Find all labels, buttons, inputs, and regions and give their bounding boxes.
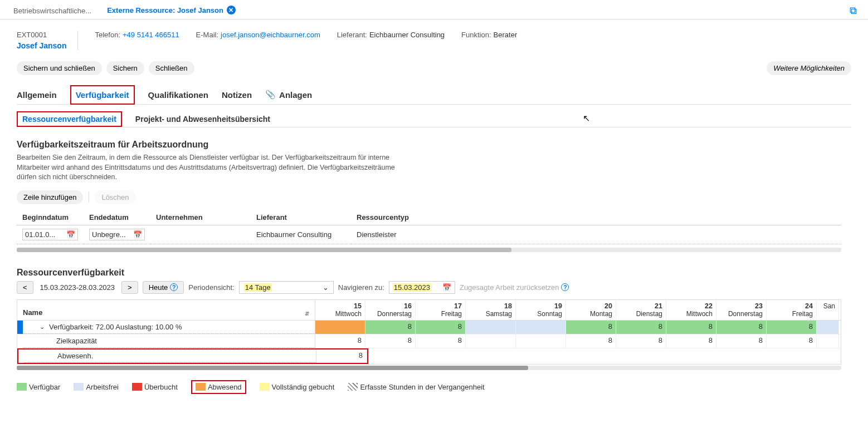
grid-cell [516,334,566,348]
grid-cell: 8 [616,334,666,348]
grid-cell: 8 [365,321,416,334]
col-type[interactable]: Ressourcentyp [351,210,841,225]
legend-available: Verfügbar [17,383,60,391]
next-period-button[interactable]: > [121,281,138,294]
more-options-button[interactable]: Weitere Möglichkeiten [767,61,851,75]
grid-col-day: 24Freitag [767,300,817,320]
grid-col-day: 21Dienstag [616,300,666,320]
grid-col-day: 20Montag [566,300,616,320]
role-label: Funktion: [461,31,491,39]
sort-icon[interactable]: ⇵ [305,311,309,317]
grid-col-day: 17Freitag [416,300,466,320]
grid-cell: 8 [566,334,616,348]
grid-scrollbar[interactable] [17,366,841,370]
col-company[interactable]: Unternehmen [150,210,251,225]
collapse-icon[interactable]: ⌄ [40,323,45,331]
tab-attachments[interactable]: 📎 Anlagen [265,85,312,104]
period-table: Beginndatum Endedatum Unternehmen Liefer… [17,210,841,244]
grid-cell: 8 [716,334,767,348]
target-capacity-row[interactable]: Zielkapazität 8 8 8 8 8 8 8 8 [17,334,841,348]
begin-date-input[interactable]: 01.01.0...📅 [22,229,78,240]
grid-cell: 8 [315,334,365,348]
chevron-down-icon: ⌄ [323,283,329,292]
attachment-icon: 📎 [265,90,276,100]
navigate-date-input[interactable]: 15.03.2023 📅 [389,281,455,294]
tab-notes[interactable]: Notizen [222,85,252,104]
resource-name-link[interactable]: Josef Janson [17,41,66,50]
col-begin[interactable]: Beginndatum [17,210,84,225]
tab-attachments-label: Anlagen [279,90,312,100]
row-handle[interactable] [17,321,23,334]
phone-label: Telefon: [95,31,120,39]
phone-link[interactable]: +49 5141 466511 [123,31,179,39]
grid-col-day: 18Samstag [466,300,516,320]
close-tab-icon[interactable]: ✕ [227,6,236,14]
calendar-icon[interactable]: 📅 [66,230,75,239]
grid-cell: 8 [767,321,817,334]
subtab-project-absence[interactable]: Projekt- und Abwesenheitsübersicht [135,111,270,127]
prev-period-button[interactable]: < [17,281,33,294]
add-row-button[interactable]: Zeile hinzufügen [17,190,83,204]
type-cell: Dienstleister [351,225,841,244]
section-period-desc: Bearbeiten Sie den Zeitraum, in dem die … [17,153,407,183]
end-date-input[interactable]: Unbegre...📅 [89,229,145,240]
availability-summary-text: Verfügbarkeit: 72.00 Auslastung: 10.00 % [49,323,182,331]
window-action-icon[interactable]: ⧉ [844,3,862,19]
grid-cell [466,334,516,348]
grid-cell [516,321,566,334]
legend-fullybooked: Vollständig gebucht [260,383,335,391]
tab-availability[interactable]: Verfügbarkeit [70,85,135,105]
supplier-cell: Eichbaurner Consulting [251,225,351,244]
grid-col-day: 15Mittwoch [315,300,365,320]
tab-qualifications[interactable]: Qualifikationen [148,85,208,104]
grid-cell: 8 [365,334,416,348]
section-period-title: Verfügbarkeitszeitraum für Arbeitszuordn… [17,140,851,150]
col-end[interactable]: Endedatum [84,210,150,225]
email-link[interactable]: josef.janson@eichbaurner.com [221,31,320,39]
grid-col-day: 22Mittwoch [666,300,716,320]
resource-id: EXT0001 [17,31,66,39]
navigate-date-value: 15.03.2023 [393,283,431,292]
delete-row-button: Löschen [95,190,135,204]
info-icon: ? [170,283,178,291]
grid-col-name[interactable]: Name ⇵ [17,300,315,320]
grid-cell: 8 [566,321,616,334]
grid-cell: 8 [666,334,716,348]
save-button[interactable]: Sichern [106,61,144,75]
grid-cell [466,321,516,334]
supplier-label: Lieferant: [337,31,367,39]
availability-summary-row[interactable]: ⌄ Verfügbarkeit: 72.00 Auslastung: 10.00… [17,321,841,334]
absence-label: Abwesenh. [24,349,316,363]
legend-recorded: Erfasste Stunden in der Vergangenheit [348,383,484,391]
section-availability-title: Ressourcenverfügbarkeit [17,268,851,278]
grid-cell: 8 [616,321,666,334]
grid-col-day: 16Donnerstag [365,300,416,320]
table-scrollbar[interactable] [17,248,841,252]
row-handle [18,349,24,363]
save-close-button[interactable]: Sichern und schließen [17,61,102,75]
calendar-icon[interactable]: 📅 [133,230,142,239]
period-view-label: Periodensicht: [188,283,234,292]
row-handle [17,334,23,348]
legend-overbooked: Überbucht [132,383,178,391]
grid-cell: 8 [416,334,466,348]
top-tab-prev[interactable]: Betriebswirtschaftliche... [6,3,99,18]
absence-row[interactable]: Abwesenh. 8 [17,348,368,364]
subtab-resource-availability[interactable]: Ressourcenverfügbarkeit [17,111,122,127]
grid-cell [817,321,839,334]
email-label: E-Mail: [196,31,218,39]
table-row[interactable]: 01.01.0...📅 Unbegre...📅 Eichbaurner Cons… [17,225,841,244]
navigate-to-label: Navigieren zu: [338,283,384,292]
info-icon: ? [561,283,569,291]
grid-cell [315,321,365,334]
company-cell[interactable] [150,225,251,244]
col-supplier[interactable]: Lieferant [251,210,351,225]
calendar-icon[interactable]: 📅 [442,283,451,292]
top-tab-active[interactable]: Externe Ressource: Josef Janson ✕ [99,2,243,19]
tab-general[interactable]: Allgemein [17,85,57,104]
period-view-select[interactable]: 14 Tage ⌄ [239,281,334,294]
grid-col-day: 23Donnerstag [716,300,767,320]
grid-cell: 8 [716,321,767,334]
close-button[interactable]: Schließen [149,61,194,75]
today-button[interactable]: Heute ? [143,281,184,294]
